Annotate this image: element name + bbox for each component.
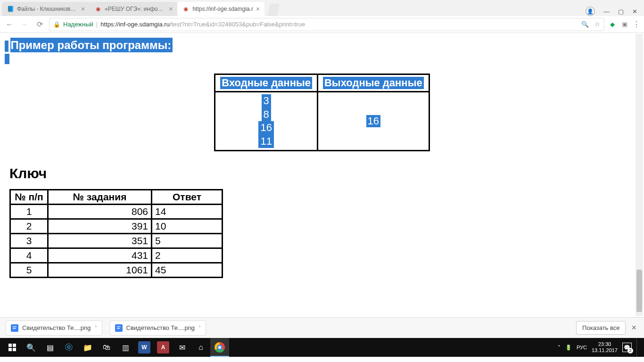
battery-icon[interactable]: 🔋 — [565, 345, 572, 351]
browser-tab-1[interactable]: ◉ «РЕШУ ОГЭ»: информат × — [90, 2, 177, 16]
new-tab-button[interactable] — [267, 4, 280, 16]
taskbar-app-home[interactable]: ⌂ — [191, 338, 210, 357]
close-icon[interactable]: × — [629, 323, 638, 333]
target-icon: ◉ — [94, 5, 102, 13]
cell-answer: 45 — [152, 263, 223, 278]
table-row: 3 8 16 11 16 — [215, 92, 429, 151]
image-file-icon — [115, 324, 123, 332]
address-bar[interactable]: 🔒 Надежный | https://inf-oge.sdamgia.ru/… — [49, 18, 604, 31]
search-button[interactable]: 🔍 — [22, 338, 41, 357]
notification-count: 2 — [627, 348, 633, 354]
start-button[interactable] — [3, 338, 22, 357]
chrome-icon — [215, 342, 225, 353]
example-table-wrap: Входные данные Выходные данные 3 8 16 11… — [5, 74, 639, 151]
url-path: /test?nt=True&id=3248053&pub=False&print… — [170, 21, 305, 28]
notes-icon: ▥ — [122, 343, 129, 352]
action-center-icon[interactable]: 💬 2 — [622, 343, 632, 352]
taskbar-app-chrome[interactable] — [210, 338, 229, 357]
taskbar-app-store[interactable]: 🛍 — [97, 338, 116, 357]
input-value: 16 — [258, 121, 273, 135]
search-icon: 🔍 — [26, 343, 36, 352]
close-window-icon[interactable]: ✕ — [632, 8, 637, 15]
input-value: 8 — [262, 108, 271, 122]
taskbar-app-notes[interactable]: ▥ — [116, 338, 135, 357]
col-output: Выходные данные — [317, 74, 429, 92]
back-icon[interactable]: ← — [4, 20, 15, 29]
download-filename: Свидетельство Те....png — [126, 324, 195, 331]
close-icon[interactable]: × — [169, 6, 173, 12]
image-file-icon — [11, 324, 18, 332]
cell-answer: 5 — [152, 234, 223, 248]
language-indicator[interactable]: РУС — [577, 345, 587, 350]
selection-prefix-strip — [5, 41, 8, 52]
scrollbar-thumb[interactable] — [636, 270, 642, 312]
col-output-label: Выходные данные — [323, 77, 424, 89]
selection-trailing-strip — [5, 54, 9, 64]
key-table: № п/п № задания Ответ 1 806 14 2 391 10 … — [9, 189, 223, 278]
store-icon: 🛍 — [103, 343, 110, 352]
cell-task: 351 — [48, 234, 152, 248]
scrollbar[interactable] — [636, 34, 643, 316]
col-n: № п/п — [10, 190, 48, 205]
download-item[interactable]: Свидетельство Те....png ˄ — [6, 321, 102, 336]
browser-tab-2[interactable]: ◉ https://inf-oge.sdamgia.r × — [177, 2, 264, 16]
svg-rect-2 — [8, 348, 12, 351]
tab-strip: 📘 Файлы - Клюшникова К × ◉ «РЕШУ ОГЭ»: и… — [0, 0, 644, 16]
show-desktop-button[interactable] — [636, 338, 639, 357]
chevron-up-icon[interactable]: ˄ — [198, 325, 201, 330]
browser-tab-0[interactable]: 📘 Файлы - Клюшникова К × — [2, 2, 90, 16]
taskbar-app-mail[interactable]: ✉ — [173, 338, 191, 357]
secure-label: Надежный — [63, 21, 93, 28]
browser-toolbar: ← → ⟳ 🔒 Надежный | https://inf-oge.sdamg… — [0, 16, 644, 33]
maximize-icon[interactable]: ▢ — [618, 8, 624, 15]
download-item[interactable]: Свидетельство Те....png ˄ — [110, 321, 206, 336]
task-view-icon: ▤ — [47, 343, 54, 352]
user-avatar-icon[interactable]: 👤 — [586, 7, 595, 16]
separator: | — [96, 21, 98, 28]
reload-icon[interactable]: ⟳ — [34, 20, 45, 29]
taskbar-app-edge[interactable]: ⓔ — [59, 338, 78, 357]
col-input: Входные данные — [215, 74, 318, 92]
taskbar-app-access[interactable]: A — [154, 338, 173, 357]
taskbar-app-word[interactable]: W — [135, 338, 154, 357]
output-cell: 16 — [317, 92, 429, 151]
tray-chevron-icon[interactable]: ˄ — [558, 345, 561, 351]
downloads-bar: Свидетельство Те....png ˄ Свидетельство … — [0, 317, 644, 338]
table-row: 3 351 5 — [10, 234, 223, 248]
show-all-downloads-button[interactable]: Показать все — [576, 321, 626, 335]
chevron-up-icon[interactable]: ˄ — [95, 325, 97, 330]
page-viewport: Пример работы программы: Входные данные … — [0, 33, 644, 317]
clock[interactable]: 23:30 13.11.2017 — [592, 341, 618, 353]
input-value: 3 — [262, 94, 271, 108]
cell-task: 431 — [48, 248, 152, 263]
cell-n: 1 — [10, 205, 48, 219]
taskbar-app-explorer[interactable]: 📁 — [78, 338, 97, 357]
window-controls: 👤 — ▢ ✕ — [586, 7, 644, 16]
cell-answer: 14 — [152, 205, 223, 219]
clock-date: 13.11.2017 — [592, 347, 618, 354]
system-tray: ˄ 🔋 РУС 23:30 13.11.2017 💬 2 — [558, 338, 641, 357]
close-icon[interactable]: × — [81, 6, 85, 12]
target-icon: ◉ — [182, 5, 190, 13]
col-task: № задания — [48, 190, 152, 205]
cell-task: 1061 — [48, 263, 152, 278]
mail-icon: ✉ — [179, 343, 185, 352]
bookmark-icon[interactable]: ☆ — [594, 21, 600, 28]
table-row: 4 431 2 — [10, 248, 223, 263]
minimize-icon[interactable]: — — [603, 8, 610, 15]
program-example-title: Пример работы программы: — [10, 38, 173, 52]
extension-green-icon[interactable]: ◆ — [608, 20, 617, 29]
omnibox-actions: 🔍 ☆ — [581, 21, 600, 28]
extension-gray-icon[interactable]: ▣ — [620, 20, 629, 29]
book-icon: 📘 — [7, 5, 14, 13]
input-cell: 3 8 16 11 — [215, 92, 318, 151]
cell-n: 3 — [10, 234, 48, 248]
forward-icon[interactable]: → — [19, 20, 30, 29]
tab-title: «РЕШУ ОГЭ»: информат — [105, 6, 166, 12]
close-icon[interactable]: × — [256, 6, 260, 12]
task-view-button[interactable]: ▤ — [41, 338, 59, 357]
zoom-icon[interactable]: 🔍 — [581, 21, 589, 28]
table-header-row: № п/п № задания Ответ — [10, 190, 223, 205]
kebab-menu-icon[interactable]: ⋮ — [633, 20, 640, 29]
svg-rect-0 — [8, 344, 12, 347]
